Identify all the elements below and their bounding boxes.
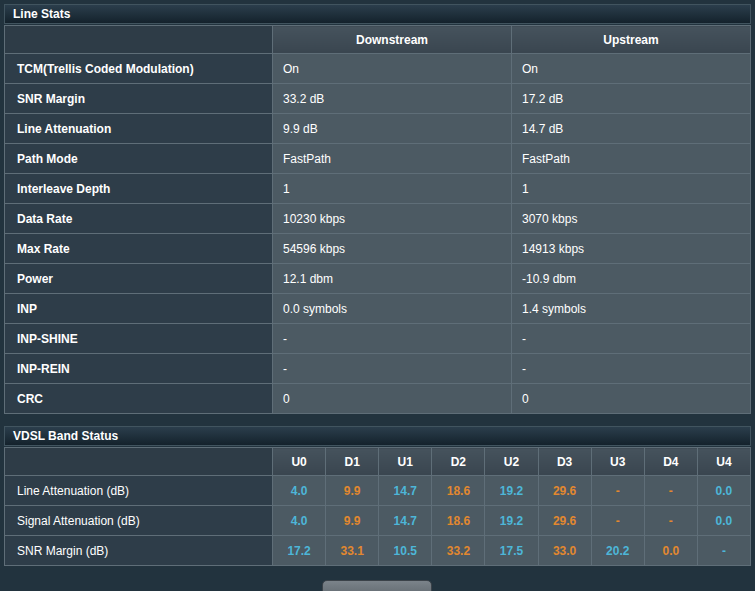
band-value: - bbox=[591, 506, 644, 536]
band-column-header: U1 bbox=[379, 448, 432, 476]
band-value: 0.0 bbox=[697, 506, 750, 536]
band-column-header: U3 bbox=[591, 448, 644, 476]
upstream-value: 3070 kbps bbox=[512, 204, 751, 234]
band-value: 19.2 bbox=[485, 506, 538, 536]
band-value: 17.2 bbox=[273, 536, 326, 566]
band-value: 33.1 bbox=[326, 536, 379, 566]
downstream-value: 0.0 symbols bbox=[273, 294, 512, 324]
band-value: 17.5 bbox=[485, 536, 538, 566]
corner-cell bbox=[5, 26, 273, 54]
upstream-value: - bbox=[512, 354, 751, 384]
upstream-value: -10.9 dbm bbox=[512, 264, 751, 294]
upstream-value: FastPath bbox=[512, 144, 751, 174]
band-value: 14.7 bbox=[379, 506, 432, 536]
band-column-header: U0 bbox=[273, 448, 326, 476]
band-value: 33.2 bbox=[432, 536, 485, 566]
row-label: TCM(Trellis Coded Modulation) bbox=[5, 54, 273, 84]
band-value: 19.2 bbox=[485, 476, 538, 506]
table-row: SNR Margin (dB) 17.2 33.1 10.5 33.2 17.5… bbox=[5, 536, 751, 566]
upstream-value: 14.7 dB bbox=[512, 114, 751, 144]
downstream-column-header: Downstream bbox=[273, 26, 512, 54]
downstream-value: 10230 kbps bbox=[273, 204, 512, 234]
table-row: CRC 0 0 bbox=[5, 384, 751, 414]
upstream-value: On bbox=[512, 54, 751, 84]
downstream-value: On bbox=[273, 54, 512, 84]
table-row: Interleave Depth 1 1 bbox=[5, 174, 751, 204]
downstream-value: 9.9 dB bbox=[273, 114, 512, 144]
downstream-value: - bbox=[273, 324, 512, 354]
downstream-value: 1 bbox=[273, 174, 512, 204]
line-stats-table: Downstream Upstream TCM(Trellis Coded Mo… bbox=[4, 25, 751, 414]
row-label: SNR Margin (dB) bbox=[5, 536, 273, 566]
vdsl-band-status-title: VDSL Band Status bbox=[4, 426, 751, 446]
band-value: 18.6 bbox=[432, 506, 485, 536]
table-row: Max Rate 54596 kbps 14913 kbps bbox=[5, 234, 751, 264]
table-row: INP-SHINE - - bbox=[5, 324, 751, 354]
downstream-value: FastPath bbox=[273, 144, 512, 174]
table-row: Power 12.1 dbm -10.9 dbm bbox=[5, 264, 751, 294]
row-label: Line Attenuation bbox=[5, 114, 273, 144]
band-value: - bbox=[644, 506, 697, 536]
band-column-header: D3 bbox=[538, 448, 591, 476]
band-value: 4.0 bbox=[273, 476, 326, 506]
band-column-header: U2 bbox=[485, 448, 538, 476]
downstream-value: - bbox=[273, 354, 512, 384]
table-row: Path Mode FastPath FastPath bbox=[5, 144, 751, 174]
row-label: Signal Attenuation (dB) bbox=[5, 506, 273, 536]
band-column-header: D2 bbox=[432, 448, 485, 476]
table-row: SNR Margin 33.2 dB 17.2 dB bbox=[5, 84, 751, 114]
table-row: Line Attenuation (dB) 4.0 9.9 14.7 18.6 … bbox=[5, 476, 751, 506]
band-value: 14.7 bbox=[379, 476, 432, 506]
row-label: Data Rate bbox=[5, 204, 273, 234]
upstream-value: 1 bbox=[512, 174, 751, 204]
row-label: INP-SHINE bbox=[5, 324, 273, 354]
line-stats-title: Line Stats bbox=[4, 4, 751, 24]
band-value: 10.5 bbox=[379, 536, 432, 566]
line-stats-header-row: Downstream Upstream bbox=[5, 26, 751, 54]
band-value: 29.6 bbox=[538, 506, 591, 536]
row-label: INP-REIN bbox=[5, 354, 273, 384]
band-value: 4.0 bbox=[273, 506, 326, 536]
band-value: 33.0 bbox=[538, 536, 591, 566]
band-column-header: D4 bbox=[644, 448, 697, 476]
band-column-header: D1 bbox=[326, 448, 379, 476]
downstream-value: 54596 kbps bbox=[273, 234, 512, 264]
row-label: Path Mode bbox=[5, 144, 273, 174]
table-row: INP 0.0 symbols 1.4 symbols bbox=[5, 294, 751, 324]
downstream-value: 0 bbox=[273, 384, 512, 414]
dsl-stats-page: Line Stats Downstream Upstream TCM(Trell… bbox=[0, 0, 755, 570]
band-value: 0.0 bbox=[644, 536, 697, 566]
band-value: 18.6 bbox=[432, 476, 485, 506]
vdsl-band-status-table: U0 D1 U1 D2 U2 D3 U3 D4 U4 Line Attenuat… bbox=[4, 447, 751, 566]
upstream-value: 17.2 dB bbox=[512, 84, 751, 114]
upstream-column-header: Upstream bbox=[512, 26, 751, 54]
table-row: Data Rate 10230 kbps 3070 kbps bbox=[5, 204, 751, 234]
table-row: Line Attenuation 9.9 dB 14.7 dB bbox=[5, 114, 751, 144]
table-row: TCM(Trellis Coded Modulation) On On bbox=[5, 54, 751, 84]
section-gap bbox=[4, 414, 751, 426]
row-label: Max Rate bbox=[5, 234, 273, 264]
upstream-value: 1.4 symbols bbox=[512, 294, 751, 324]
row-label: CRC bbox=[5, 384, 273, 414]
band-value: 29.6 bbox=[538, 476, 591, 506]
band-value: 0.0 bbox=[697, 476, 750, 506]
row-label: Interleave Depth bbox=[5, 174, 273, 204]
upstream-value: 0 bbox=[512, 384, 751, 414]
upstream-value: - bbox=[512, 324, 751, 354]
band-value: - bbox=[591, 476, 644, 506]
upstream-value: 14913 kbps bbox=[512, 234, 751, 264]
row-label: Power bbox=[5, 264, 273, 294]
band-value: 9.9 bbox=[326, 506, 379, 536]
row-label: INP bbox=[5, 294, 273, 324]
table-row: Signal Attenuation (dB) 4.0 9.9 14.7 18.… bbox=[5, 506, 751, 536]
downstream-value: 12.1 dbm bbox=[273, 264, 512, 294]
row-label: SNR Margin bbox=[5, 84, 273, 114]
band-value: - bbox=[697, 536, 750, 566]
refresh-button[interactable] bbox=[322, 580, 432, 591]
downstream-value: 33.2 dB bbox=[273, 84, 512, 114]
band-value: - bbox=[644, 476, 697, 506]
band-column-header: U4 bbox=[697, 448, 750, 476]
band-header-row: U0 D1 U1 D2 U2 D3 U3 D4 U4 bbox=[5, 448, 751, 476]
row-label: Line Attenuation (dB) bbox=[5, 476, 273, 506]
band-value: 9.9 bbox=[326, 476, 379, 506]
